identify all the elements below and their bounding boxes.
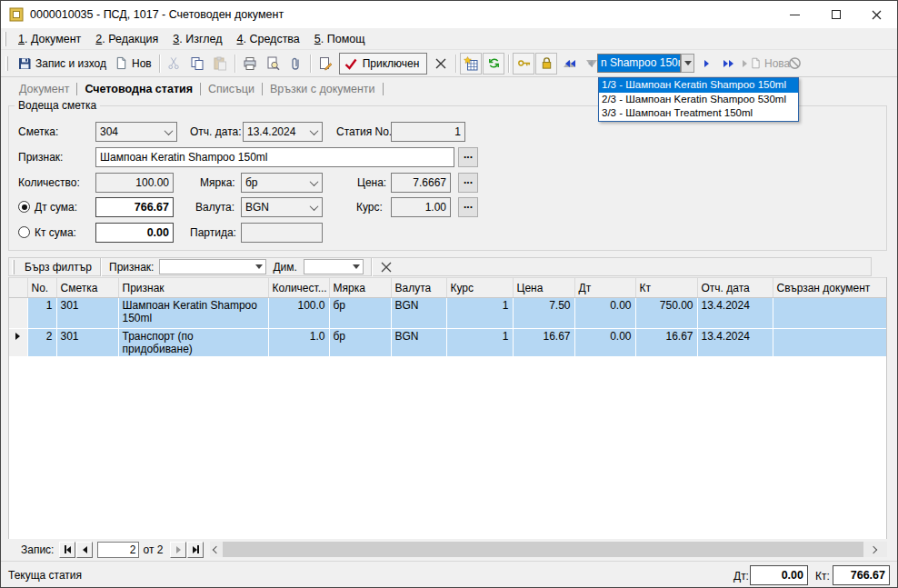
col-header-price[interactable]: Цена [513, 278, 574, 298]
nav-last-button[interactable] [717, 54, 739, 73]
paste-button[interactable] [209, 53, 231, 75]
cell-measure[interactable]: бр [329, 329, 391, 357]
attribute-browse-button[interactable]: ... [458, 147, 478, 167]
clear-filter-button[interactable] [380, 261, 393, 274]
table-row[interactable]: 2 301 Транспорт (по придобиване) 1.0 бр … [9, 329, 887, 357]
record-next-button[interactable] [170, 542, 186, 558]
col-header-linked-doc[interactable]: Свързан документ [773, 278, 887, 298]
horizontal-scrollbar[interactable] [210, 542, 887, 557]
measure-combo-button[interactable] [306, 174, 322, 192]
edit-document-button[interactable] [314, 53, 336, 75]
tab-lists[interactable]: Списъци [201, 79, 262, 99]
cell-linked-doc[interactable] [773, 298, 887, 329]
tab-linked-documents[interactable]: Връзки с документи [263, 79, 383, 99]
cell-price[interactable]: 7.50 [513, 298, 574, 329]
cell-credit[interactable]: 750.00 [635, 298, 697, 329]
cell-linked-doc[interactable] [773, 329, 887, 357]
new-button[interactable]: Нов [111, 53, 155, 75]
cell-debit[interactable]: 0.00 [574, 329, 635, 357]
cell-currency[interactable]: BGN [391, 329, 446, 357]
account-combo[interactable]: 304 [95, 122, 177, 142]
cell-quantity[interactable]: 100.0 [268, 298, 329, 329]
attribute-field[interactable]: Шампоан Keratin Shampoo 150ml [95, 147, 454, 167]
cell-date[interactable]: 13.4.2024 [697, 298, 773, 329]
col-header-measure[interactable]: Мярка [329, 278, 391, 298]
copy-button[interactable] [186, 53, 208, 75]
scroll-right-button[interactable] [867, 542, 880, 557]
dropdown-item[interactable]: 1/3 - Шампоан Keratin Shampoo 150ml [599, 78, 798, 93]
cell-account[interactable]: 301 [56, 329, 118, 357]
col-header-debit[interactable]: Дт [574, 278, 635, 298]
cell-no[interactable]: 1 [27, 298, 56, 329]
filterbar-grip[interactable] [12, 260, 15, 274]
cell-debit[interactable]: 0.00 [574, 298, 635, 329]
col-header-quantity[interactable]: Количест... [268, 278, 329, 298]
table-row[interactable]: 1 301 Шампоан Keratin Shampoo 150ml 100.… [9, 298, 887, 329]
cell-attribute[interactable]: Шампоан Keratin Shampoo 150ml [118, 298, 268, 329]
completed-status[interactable]: Приключен [339, 53, 428, 75]
credit-sum-radio[interactable] [18, 226, 30, 238]
record-search-combo[interactable]: n Shampoo 150ml [597, 54, 681, 73]
cell-rate[interactable]: 1 [446, 298, 513, 329]
save-exit-button[interactable]: Запис и изход [14, 53, 110, 75]
cut-button[interactable] [164, 53, 185, 75]
account-combo-button[interactable] [161, 123, 176, 141]
batch-field[interactable] [241, 223, 323, 243]
record-last-button[interactable] [187, 542, 204, 558]
debit-sum-field[interactable]: 766.67 [95, 197, 174, 217]
cell-no[interactable]: 2 [27, 329, 56, 357]
col-header-currency[interactable]: Валута [391, 278, 446, 298]
quantity-field[interactable]: 100.00 [95, 173, 174, 193]
record-search-dropdown-button[interactable] [681, 54, 694, 73]
attachments-button[interactable] [284, 53, 306, 75]
cell-rate[interactable]: 1 [446, 329, 513, 357]
grid-header-indicator[interactable] [9, 278, 27, 298]
measure-combo[interactable]: бр [241, 173, 323, 193]
currency-combo-button[interactable] [306, 198, 322, 216]
menu-help[interactable]: 5. Помощ [307, 30, 373, 48]
entry-no-field[interactable]: 1 [391, 122, 465, 142]
cell-measure[interactable]: бр [329, 298, 391, 329]
cell-price[interactable]: 16.67 [513, 329, 574, 357]
menubar-grip[interactable] [4, 32, 6, 46]
minimize-button[interactable] [774, 1, 815, 28]
cell-quantity[interactable]: 1.0 [268, 329, 329, 357]
cancel-button[interactable] [784, 54, 804, 73]
date-combo-button[interactable] [306, 123, 322, 141]
print-button[interactable] [239, 53, 261, 75]
permissions-button[interactable] [513, 53, 534, 75]
col-header-account[interactable]: Сметка [56, 278, 118, 298]
col-header-date[interactable]: Отч. дата [697, 278, 773, 298]
dropdown-item[interactable]: 2/3 - Шампоан Keratin Shampoo 530ml [599, 93, 798, 107]
menu-view[interactable]: 3. Изглед [165, 30, 229, 48]
filter-dimension-combo[interactable] [304, 259, 364, 274]
print-preview-button[interactable] [262, 53, 284, 75]
nav-prev-button[interactable] [583, 54, 597, 73]
price-field[interactable]: 7.6667 [391, 173, 451, 193]
close-button[interactable] [856, 1, 897, 28]
cell-account[interactable]: 301 [56, 298, 118, 329]
date-combo[interactable]: 13.4.2024 [243, 122, 323, 142]
rate-field[interactable]: 1.00 [391, 197, 451, 217]
price-browse-button[interactable]: ... [458, 173, 478, 193]
rate-browse-button[interactable]: ... [458, 197, 478, 217]
new-entry-button[interactable] [460, 53, 482, 75]
lock-button[interactable] [535, 53, 557, 75]
menu-tools[interactable]: 4. Средства [230, 30, 307, 48]
record-first-button[interactable] [59, 542, 75, 558]
record-position-field[interactable]: 2 [97, 542, 139, 558]
cell-attribute[interactable]: Транспорт (по придобиване) [118, 329, 268, 357]
credit-sum-field[interactable]: 0.00 [95, 223, 174, 243]
col-header-no[interactable]: No. [27, 278, 56, 298]
currency-combo[interactable]: BGN [241, 197, 323, 217]
nav-first-button[interactable] [559, 54, 581, 73]
col-header-credit[interactable]: Кт [635, 278, 697, 298]
debit-sum-radio[interactable] [18, 201, 30, 213]
menu-document[interactable]: 1. Документ [11, 30, 88, 48]
refresh-button[interactable] [483, 53, 504, 75]
cell-credit[interactable]: 16.67 [635, 329, 697, 357]
toolbar-grip[interactable] [5, 56, 8, 71]
clear-completed-button[interactable] [430, 53, 452, 75]
scrollbar-thumb[interactable] [223, 542, 863, 557]
maximize-button[interactable] [815, 1, 856, 28]
